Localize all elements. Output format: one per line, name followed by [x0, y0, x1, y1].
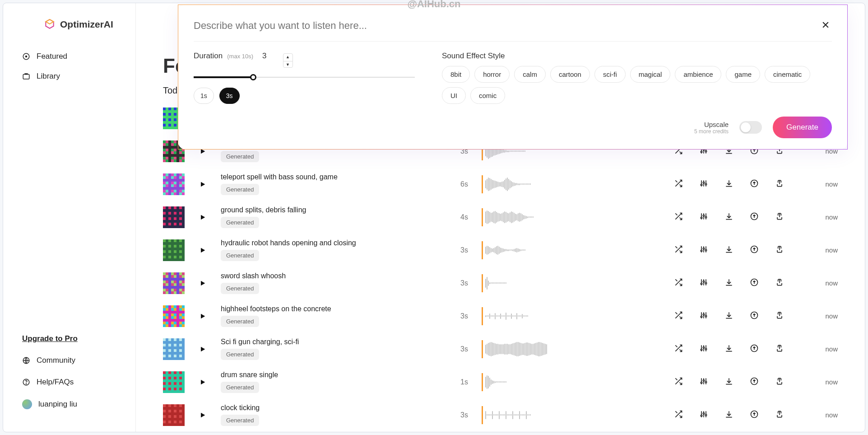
waveform[interactable]	[476, 307, 657, 325]
share-button[interactable]	[775, 311, 784, 322]
track-thumb[interactable]	[163, 173, 185, 195]
adjust-button[interactable]	[699, 311, 708, 322]
share-button[interactable]	[775, 212, 784, 223]
stepper-down-icon[interactable]: ▼	[283, 61, 292, 67]
waveform-bar	[518, 150, 519, 152]
style-tag-sci-fi[interactable]: sci-fi	[594, 66, 626, 83]
style-tag-8bit[interactable]: 8bit	[442, 66, 470, 83]
duration-preset-3s[interactable]: 3s	[219, 88, 240, 104]
download-button[interactable]	[724, 245, 733, 256]
upload-button[interactable]	[750, 311, 759, 322]
upload-button[interactable]	[750, 179, 759, 190]
upload-button[interactable]	[750, 245, 759, 256]
shuffle-button[interactable]	[674, 278, 683, 289]
track-thumb[interactable]	[163, 239, 185, 261]
waveform[interactable]	[476, 274, 657, 292]
waveform[interactable]	[476, 340, 657, 358]
adjust-button[interactable]	[699, 410, 708, 421]
share-button[interactable]	[775, 245, 784, 256]
adjust-button[interactable]	[699, 344, 708, 355]
download-button[interactable]	[724, 212, 733, 223]
share-button[interactable]	[775, 278, 784, 289]
adjust-button[interactable]	[699, 179, 708, 190]
upload-button[interactable]	[750, 212, 759, 223]
waveform[interactable]	[476, 406, 657, 424]
waveform[interactable]	[476, 241, 657, 259]
style-tag-cinematic[interactable]: cinematic	[765, 66, 810, 83]
play-button[interactable]	[193, 280, 213, 287]
close-button[interactable]	[819, 18, 832, 34]
track-tag: Generated	[221, 184, 259, 195]
track-thumb[interactable]	[163, 404, 185, 426]
upload-button[interactable]	[750, 410, 759, 421]
play-button[interactable]	[193, 247, 213, 254]
upload-button[interactable]	[750, 344, 759, 355]
stepper-up-icon[interactable]: ▲	[283, 54, 292, 60]
shuffle-button[interactable]	[674, 311, 683, 322]
duration-slider[interactable]	[194, 73, 415, 81]
play-button[interactable]	[193, 379, 213, 386]
track-thumb[interactable]	[163, 206, 185, 228]
waveform-bar	[493, 180, 494, 188]
waveform[interactable]	[476, 208, 657, 226]
nav-library[interactable]: Library	[16, 66, 123, 86]
download-button[interactable]	[724, 410, 733, 421]
waveform[interactable]	[476, 373, 657, 391]
svg-rect-449	[179, 316, 182, 319]
track-thumb[interactable]	[163, 371, 185, 393]
shuffle-button[interactable]	[674, 344, 683, 355]
style-tag-ambience[interactable]: ambience	[675, 66, 721, 83]
track-thumb[interactable]	[163, 338, 185, 360]
slider-thumb[interactable]	[250, 74, 256, 80]
community-link[interactable]: Community	[16, 350, 123, 371]
adjust-button[interactable]	[699, 245, 708, 256]
upload-button[interactable]	[750, 278, 759, 289]
user-profile[interactable]: luanping liu	[16, 393, 123, 416]
play-button[interactable]	[193, 181, 213, 188]
svg-rect-121	[168, 157, 171, 159]
share-button[interactable]	[775, 344, 784, 355]
play-button[interactable]	[193, 214, 213, 221]
generate-button[interactable]: Generate	[773, 117, 832, 138]
download-button[interactable]	[724, 311, 733, 322]
shuffle-button[interactable]	[674, 245, 683, 256]
play-button[interactable]	[193, 346, 213, 353]
svg-rect-566	[171, 377, 174, 379]
download-button[interactable]	[724, 179, 733, 190]
nav-featured[interactable]: Featured	[16, 47, 123, 66]
style-tag-horror[interactable]: horror	[474, 66, 510, 83]
style-tag-calm[interactable]: calm	[514, 66, 546, 83]
track-thumb[interactable]	[163, 305, 185, 327]
help-link[interactable]: Help/FAQs	[16, 371, 123, 393]
share-button[interactable]	[775, 377, 784, 388]
play-button[interactable]	[193, 412, 213, 419]
download-button[interactable]	[724, 278, 733, 289]
upscale-toggle[interactable]	[739, 121, 762, 134]
upgrade-link[interactable]: Upgrade to Pro	[16, 328, 123, 350]
style-tag-cartoon[interactable]: cartoon	[550, 66, 590, 83]
share-button[interactable]	[775, 179, 784, 190]
shuffle-button[interactable]	[674, 410, 683, 421]
shuffle-button[interactable]	[674, 377, 683, 388]
track-thumb[interactable]	[163, 272, 185, 294]
style-tag-UI[interactable]: UI	[442, 87, 466, 104]
shuffle-button[interactable]	[674, 212, 683, 223]
upload-button[interactable]	[750, 377, 759, 388]
share-button[interactable]	[775, 410, 784, 421]
waveform[interactable]	[476, 175, 657, 193]
shuffle-button[interactable]	[674, 179, 683, 190]
adjust-button[interactable]	[699, 212, 708, 223]
style-tag-magical[interactable]: magical	[630, 66, 671, 83]
duration-stepper[interactable]: ▲ ▼	[283, 53, 293, 68]
prompt-input[interactable]	[194, 20, 819, 32]
download-button[interactable]	[724, 344, 733, 355]
waveform-bar	[523, 215, 524, 220]
duration-preset-1s[interactable]: 1s	[194, 88, 214, 104]
download-button[interactable]	[724, 377, 733, 388]
style-tag-game[interactable]: game	[726, 66, 760, 83]
adjust-button[interactable]	[699, 278, 708, 289]
logo[interactable]: OptimizerAI	[3, 14, 135, 41]
play-button[interactable]	[193, 313, 213, 320]
adjust-button[interactable]	[699, 377, 708, 388]
style-tag-comic[interactable]: comic	[470, 87, 505, 104]
